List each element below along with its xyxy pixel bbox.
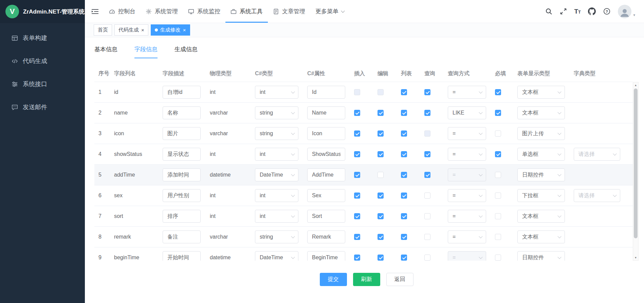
display-type-select[interactable]: 日期控件 (517, 251, 565, 261)
list-checkbox[interactable] (401, 172, 407, 178)
vertical-scrollbar[interactable]: ▲ ▼ (633, 82, 639, 261)
close-icon[interactable]: × (141, 27, 144, 33)
query-method-select[interactable]: = (448, 127, 486, 140)
required-checkbox[interactable] (495, 213, 501, 219)
help-icon[interactable]: ? (603, 8, 610, 15)
sidebar-item-0[interactable]: 表单构建 (0, 26, 85, 49)
required-checkbox[interactable] (495, 110, 501, 116)
query-checkbox[interactable] (424, 110, 430, 116)
csharp-property-input[interactable] (307, 189, 345, 202)
query-checkbox[interactable] (424, 151, 430, 157)
description-input[interactable] (163, 251, 201, 261)
query-checkbox[interactable] (424, 234, 430, 240)
query-method-select[interactable]: = (448, 189, 486, 202)
csharp-property-input[interactable] (307, 106, 345, 119)
query-method-select[interactable]: = (448, 230, 486, 243)
insert-checkbox[interactable] (354, 234, 360, 240)
required-checkbox[interactable] (495, 255, 501, 261)
close-icon[interactable]: × (183, 27, 186, 33)
topnav-item-3[interactable]: 系统工具 (225, 0, 268, 23)
insert-checkbox[interactable] (354, 172, 360, 178)
display-type-select[interactable]: 下拉框 (517, 189, 565, 202)
csharp-type-select[interactable]: int (255, 210, 298, 223)
sidebar-item-1[interactable]: 代码生成 (0, 49, 85, 73)
insert-checkbox[interactable] (354, 255, 360, 261)
topnav-item-0[interactable]: 控制台 (104, 0, 141, 23)
insert-checkbox[interactable] (354, 110, 360, 116)
csharp-type-select[interactable]: string (255, 230, 298, 243)
display-type-select[interactable]: 日期控件 (517, 168, 565, 181)
content-tab-1[interactable]: 字段信息 (134, 45, 158, 58)
tag-0[interactable]: 首页 (94, 24, 112, 36)
description-input[interactable] (163, 189, 201, 202)
csharp-property-input[interactable] (307, 168, 345, 181)
edit-checkbox[interactable] (378, 255, 384, 261)
query-method-select[interactable]: LIKE (448, 106, 486, 119)
insert-checkbox[interactable] (354, 130, 360, 137)
scroll-down-arrow[interactable]: ▼ (633, 255, 638, 260)
list-checkbox[interactable] (401, 151, 407, 157)
dict-type-select[interactable]: 请选择 (574, 148, 620, 161)
tag-2[interactable]: 生成修改× (151, 24, 190, 36)
required-checkbox[interactable] (495, 172, 501, 178)
query-method-select[interactable]: = (448, 148, 486, 161)
edit-checkbox[interactable] (378, 110, 384, 116)
csharp-type-select[interactable]: DateTime (255, 251, 298, 261)
list-checkbox[interactable] (401, 130, 407, 137)
edit-checkbox[interactable] (378, 130, 384, 137)
csharp-type-select[interactable]: string (255, 106, 298, 119)
topnav-item-2[interactable]: 系统监控 (183, 0, 225, 23)
display-type-select[interactable]: 文本框 (517, 210, 565, 223)
logo[interactable]: V ZrAdmin.NET-管理系统 (0, 0, 85, 23)
insert-checkbox[interactable] (354, 213, 360, 219)
topnav-item-5[interactable]: 更多菜单 (310, 0, 349, 23)
csharp-property-input[interactable] (307, 230, 345, 243)
query-checkbox[interactable] (424, 255, 430, 261)
list-checkbox[interactable] (401, 255, 407, 261)
description-input[interactable] (163, 168, 201, 181)
required-checkbox[interactable] (495, 193, 501, 199)
refresh-button[interactable]: 刷新 (353, 273, 380, 286)
csharp-type-select[interactable]: int (255, 86, 298, 99)
topnav-item-1[interactable]: 系统管理 (141, 0, 183, 23)
tag-1[interactable]: 代码生成× (114, 24, 148, 36)
required-checkbox[interactable] (495, 89, 501, 95)
insert-checkbox[interactable] (354, 193, 360, 199)
list-checkbox[interactable] (401, 193, 407, 199)
list-checkbox[interactable] (401, 110, 407, 116)
csharp-property-input[interactable] (307, 210, 345, 223)
description-input[interactable] (163, 148, 201, 161)
display-type-select[interactable]: 单选框 (517, 148, 565, 161)
display-type-select[interactable]: 图片上传 (517, 127, 565, 140)
description-input[interactable] (163, 127, 201, 140)
search-icon[interactable] (545, 8, 552, 15)
csharp-property-input[interactable] (307, 251, 345, 261)
edit-checkbox[interactable] (378, 172, 384, 178)
csharp-type-select[interactable]: int (255, 148, 298, 161)
display-type-select[interactable]: 文本框 (517, 230, 565, 243)
fullscreen-icon[interactable] (560, 8, 567, 15)
sidebar-item-3[interactable]: 发送邮件 (0, 96, 85, 119)
description-input[interactable] (163, 210, 201, 223)
list-checkbox[interactable] (401, 234, 407, 240)
query-method-select[interactable]: = (448, 86, 486, 99)
topnav-item-4[interactable]: 文章管理 (268, 0, 310, 23)
csharp-property-input[interactable] (307, 148, 345, 161)
csharp-type-select[interactable]: string (255, 127, 298, 140)
edit-checkbox[interactable] (378, 213, 384, 219)
hamburger-icon[interactable] (92, 9, 98, 14)
back-button[interactable]: 返回 (386, 273, 413, 286)
description-input[interactable] (163, 86, 201, 99)
csharp-type-select[interactable]: DateTime (255, 168, 298, 181)
content-tab-2[interactable]: 生成信息 (174, 45, 198, 58)
csharp-property-input[interactable] (307, 127, 345, 140)
submit-button[interactable]: 提交 (320, 273, 347, 286)
font-size-icon[interactable]: TT (574, 8, 581, 15)
required-checkbox[interactable] (495, 151, 501, 157)
query-method-select[interactable]: = (448, 210, 486, 223)
required-checkbox[interactable] (495, 234, 501, 240)
list-checkbox[interactable] (401, 213, 407, 219)
scroll-up-arrow[interactable]: ▲ (633, 82, 638, 88)
user-menu[interactable]: ▾ (618, 5, 635, 18)
csharp-property-input[interactable] (307, 86, 345, 99)
